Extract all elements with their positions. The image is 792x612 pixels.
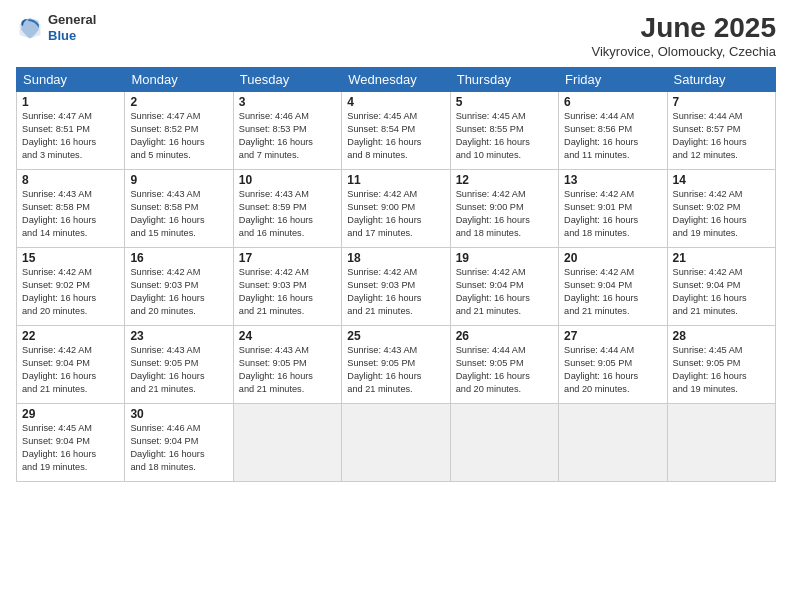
day-number: 19 [456, 251, 553, 265]
day-info: Sunrise: 4:44 AM Sunset: 9:05 PM Dayligh… [564, 344, 661, 396]
day-info: Sunrise: 4:43 AM Sunset: 9:05 PM Dayligh… [347, 344, 444, 396]
day-info: Sunrise: 4:43 AM Sunset: 9:05 PM Dayligh… [130, 344, 227, 396]
weekday-header-wednesday: Wednesday [342, 68, 450, 92]
day-info: Sunrise: 4:46 AM Sunset: 9:04 PM Dayligh… [130, 422, 227, 474]
day-info: Sunrise: 4:42 AM Sunset: 9:02 PM Dayligh… [22, 266, 119, 318]
day-info: Sunrise: 4:42 AM Sunset: 9:00 PM Dayligh… [456, 188, 553, 240]
logo-blue-text: Blue [48, 28, 96, 44]
day-number: 13 [564, 173, 661, 187]
day-info: Sunrise: 4:42 AM Sunset: 9:04 PM Dayligh… [456, 266, 553, 318]
day-number: 30 [130, 407, 227, 421]
day-info: Sunrise: 4:45 AM Sunset: 8:54 PM Dayligh… [347, 110, 444, 162]
day-info: Sunrise: 4:43 AM Sunset: 8:58 PM Dayligh… [22, 188, 119, 240]
day-number: 14 [673, 173, 770, 187]
day-cell: 21Sunrise: 4:42 AM Sunset: 9:04 PM Dayli… [667, 248, 775, 326]
day-number: 23 [130, 329, 227, 343]
day-cell: 30Sunrise: 4:46 AM Sunset: 9:04 PM Dayli… [125, 404, 233, 482]
header: General Blue June 2025 Vikyrovice, Olomo… [16, 12, 776, 59]
title-block: June 2025 Vikyrovice, Olomoucky, Czechia [592, 12, 776, 59]
day-info: Sunrise: 4:44 AM Sunset: 8:57 PM Dayligh… [673, 110, 770, 162]
day-info: Sunrise: 4:42 AM Sunset: 9:04 PM Dayligh… [22, 344, 119, 396]
day-number: 26 [456, 329, 553, 343]
day-info: Sunrise: 4:43 AM Sunset: 8:59 PM Dayligh… [239, 188, 336, 240]
day-cell: 25Sunrise: 4:43 AM Sunset: 9:05 PM Dayli… [342, 326, 450, 404]
day-info: Sunrise: 4:42 AM Sunset: 9:02 PM Dayligh… [673, 188, 770, 240]
day-cell: 10Sunrise: 4:43 AM Sunset: 8:59 PM Dayli… [233, 170, 341, 248]
day-number: 10 [239, 173, 336, 187]
day-cell: 19Sunrise: 4:42 AM Sunset: 9:04 PM Dayli… [450, 248, 558, 326]
day-number: 6 [564, 95, 661, 109]
week-row-1: 1Sunrise: 4:47 AM Sunset: 8:51 PM Daylig… [17, 92, 776, 170]
weekday-header-sunday: Sunday [17, 68, 125, 92]
day-cell: 28Sunrise: 4:45 AM Sunset: 9:05 PM Dayli… [667, 326, 775, 404]
week-row-4: 22Sunrise: 4:42 AM Sunset: 9:04 PM Dayli… [17, 326, 776, 404]
day-number: 2 [130, 95, 227, 109]
day-cell: 29Sunrise: 4:45 AM Sunset: 9:04 PM Dayli… [17, 404, 125, 482]
day-cell: 6Sunrise: 4:44 AM Sunset: 8:56 PM Daylig… [559, 92, 667, 170]
day-info: Sunrise: 4:47 AM Sunset: 8:52 PM Dayligh… [130, 110, 227, 162]
calendar-table: SundayMondayTuesdayWednesdayThursdayFrid… [16, 67, 776, 482]
day-cell: 14Sunrise: 4:42 AM Sunset: 9:02 PM Dayli… [667, 170, 775, 248]
day-info: Sunrise: 4:42 AM Sunset: 9:03 PM Dayligh… [130, 266, 227, 318]
day-info: Sunrise: 4:42 AM Sunset: 9:03 PM Dayligh… [239, 266, 336, 318]
logo-icon [16, 14, 44, 42]
day-cell: 2Sunrise: 4:47 AM Sunset: 8:52 PM Daylig… [125, 92, 233, 170]
day-info: Sunrise: 4:42 AM Sunset: 9:03 PM Dayligh… [347, 266, 444, 318]
weekday-header-saturday: Saturday [667, 68, 775, 92]
day-number: 21 [673, 251, 770, 265]
day-cell: 24Sunrise: 4:43 AM Sunset: 9:05 PM Dayli… [233, 326, 341, 404]
day-cell: 18Sunrise: 4:42 AM Sunset: 9:03 PM Dayli… [342, 248, 450, 326]
day-number: 3 [239, 95, 336, 109]
day-number: 8 [22, 173, 119, 187]
day-number: 9 [130, 173, 227, 187]
weekday-header-thursday: Thursday [450, 68, 558, 92]
day-cell [233, 404, 341, 482]
day-cell: 16Sunrise: 4:42 AM Sunset: 9:03 PM Dayli… [125, 248, 233, 326]
day-info: Sunrise: 4:47 AM Sunset: 8:51 PM Dayligh… [22, 110, 119, 162]
day-cell: 15Sunrise: 4:42 AM Sunset: 9:02 PM Dayli… [17, 248, 125, 326]
day-number: 18 [347, 251, 444, 265]
logo-text: General Blue [48, 12, 96, 43]
day-cell: 23Sunrise: 4:43 AM Sunset: 9:05 PM Dayli… [125, 326, 233, 404]
day-number: 16 [130, 251, 227, 265]
week-row-5: 29Sunrise: 4:45 AM Sunset: 9:04 PM Dayli… [17, 404, 776, 482]
day-info: Sunrise: 4:45 AM Sunset: 8:55 PM Dayligh… [456, 110, 553, 162]
day-info: Sunrise: 4:46 AM Sunset: 8:53 PM Dayligh… [239, 110, 336, 162]
week-row-2: 8Sunrise: 4:43 AM Sunset: 8:58 PM Daylig… [17, 170, 776, 248]
day-number: 7 [673, 95, 770, 109]
page: General Blue June 2025 Vikyrovice, Olomo… [0, 0, 792, 612]
weekday-header-tuesday: Tuesday [233, 68, 341, 92]
day-number: 15 [22, 251, 119, 265]
day-cell [559, 404, 667, 482]
day-cell: 17Sunrise: 4:42 AM Sunset: 9:03 PM Dayli… [233, 248, 341, 326]
weekday-header-friday: Friday [559, 68, 667, 92]
weekday-header-row: SundayMondayTuesdayWednesdayThursdayFrid… [17, 68, 776, 92]
day-info: Sunrise: 4:42 AM Sunset: 9:01 PM Dayligh… [564, 188, 661, 240]
weekday-header-monday: Monday [125, 68, 233, 92]
day-number: 11 [347, 173, 444, 187]
month-title: June 2025 [592, 12, 776, 44]
day-cell: 12Sunrise: 4:42 AM Sunset: 9:00 PM Dayli… [450, 170, 558, 248]
day-cell: 5Sunrise: 4:45 AM Sunset: 8:55 PM Daylig… [450, 92, 558, 170]
day-info: Sunrise: 4:42 AM Sunset: 9:00 PM Dayligh… [347, 188, 444, 240]
day-cell [667, 404, 775, 482]
day-number: 27 [564, 329, 661, 343]
day-number: 24 [239, 329, 336, 343]
day-number: 25 [347, 329, 444, 343]
day-info: Sunrise: 4:44 AM Sunset: 9:05 PM Dayligh… [456, 344, 553, 396]
day-info: Sunrise: 4:42 AM Sunset: 9:04 PM Dayligh… [673, 266, 770, 318]
day-cell: 22Sunrise: 4:42 AM Sunset: 9:04 PM Dayli… [17, 326, 125, 404]
day-info: Sunrise: 4:45 AM Sunset: 9:05 PM Dayligh… [673, 344, 770, 396]
day-cell: 8Sunrise: 4:43 AM Sunset: 8:58 PM Daylig… [17, 170, 125, 248]
day-number: 29 [22, 407, 119, 421]
location: Vikyrovice, Olomoucky, Czechia [592, 44, 776, 59]
day-info: Sunrise: 4:43 AM Sunset: 8:58 PM Dayligh… [130, 188, 227, 240]
day-info: Sunrise: 4:42 AM Sunset: 9:04 PM Dayligh… [564, 266, 661, 318]
day-cell: 27Sunrise: 4:44 AM Sunset: 9:05 PM Dayli… [559, 326, 667, 404]
day-cell: 3Sunrise: 4:46 AM Sunset: 8:53 PM Daylig… [233, 92, 341, 170]
day-number: 1 [22, 95, 119, 109]
day-cell [450, 404, 558, 482]
day-number: 22 [22, 329, 119, 343]
logo-general-text: General [48, 12, 96, 28]
logo: General Blue [16, 12, 96, 43]
